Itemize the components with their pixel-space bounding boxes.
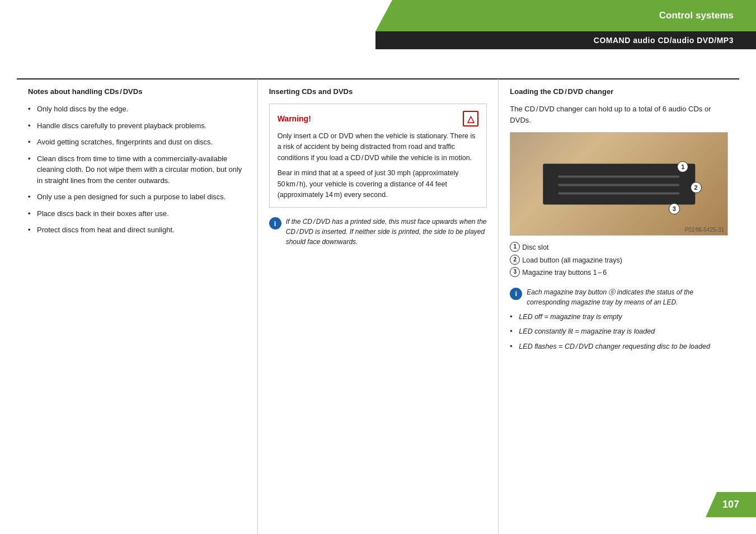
- section-tab: Control systems: [375, 0, 756, 31]
- callout-label-row: 3 Magazine tray buttons 1 – 6: [510, 266, 728, 279]
- image-label: P02 86-5425-31: [685, 227, 724, 233]
- slot-line-2: [558, 184, 680, 186]
- col1-heading: Notes about handling CDs / DVDs: [28, 87, 246, 96]
- led-bullet-item: LED off = magazine tray is empty: [510, 312, 728, 322]
- panel-slot: [543, 163, 694, 204]
- slot-line-1: [558, 176, 680, 178]
- subsection-bar: COMAND audio CD/audio DVD/MP3: [375, 31, 756, 49]
- warning-box: Warning! △ Only insert a CD or DVD when …: [269, 104, 487, 208]
- led-bullets: LED off = magazine tray is emptyLED cons…: [510, 312, 728, 352]
- handling-bullets: Only hold discs by the edge.Handle discs…: [28, 104, 246, 236]
- warning-title-row: Warning! △: [278, 111, 479, 127]
- circle-num: 1: [510, 242, 520, 252]
- col2-info-text: If the CD / DVD has a printed side, this…: [286, 217, 487, 247]
- col3-info-text: Each magazine tray button ⓢ indicates th…: [527, 287, 728, 307]
- callout-3: 3: [669, 203, 680, 214]
- col3-intro: The CD / DVD changer can hold up to a to…: [510, 104, 728, 125]
- handling-bullet-item: Only use a pen designed for such a purpo…: [28, 191, 246, 203]
- col2-info-note: i If the CD / DVD has a printed side, th…: [269, 217, 487, 247]
- info-icon-col2: i: [269, 217, 281, 229]
- col3-info-note: i Each magazine tray button ⓢ indicates …: [510, 287, 728, 307]
- main-content: Notes about handling CDs / DVDs Only hol…: [0, 78, 756, 534]
- callout-label-row: 1 Disc slot: [510, 241, 728, 254]
- col2-heading: Inserting CDs and DVDs: [269, 87, 487, 96]
- col3-heading: Loading the CD / DVD changer: [510, 87, 728, 96]
- col-inserting: Inserting CDs and DVDs Warning! △ Only i…: [257, 78, 499, 534]
- callout-label-text: Magazine tray buttons 1 – 6: [522, 266, 607, 279]
- cd-changer-image: 1 2 3 P02 86-5425-31: [510, 132, 728, 236]
- handling-bullet-item: Clean discs from time to time with a com…: [28, 153, 246, 186]
- circle-num: 3: [510, 267, 520, 277]
- col-handling: Notes about handling CDs / DVDs Only hol…: [17, 78, 257, 534]
- warning-label: Warning!: [278, 114, 311, 123]
- handling-bullet-item: Place discs back in their boxes after us…: [28, 208, 246, 219]
- info-icon-col3: i: [510, 288, 522, 300]
- handling-bullet-item: Avoid getting scratches, fingerprints an…: [28, 137, 246, 148]
- circle-num: 2: [510, 255, 520, 265]
- col-loading: Loading the CD / DVD changer The CD / DV…: [498, 78, 739, 534]
- warning-icon: △: [463, 111, 478, 127]
- slot-line-3: [558, 192, 680, 194]
- car-interior-bg: 1 2 3: [510, 133, 727, 235]
- handling-bullet-item: Handle discs carefully to prevent playba…: [28, 120, 246, 132]
- callout-label-row: 2 Load button (all magazine trays): [510, 254, 728, 267]
- led-bullet-item: LED flashes = CD / DVD changer requestin…: [510, 341, 728, 352]
- handling-bullet-item: Only hold discs by the edge.: [28, 104, 246, 115]
- callout-2: 2: [691, 182, 702, 193]
- callout-label-text: Load button (all magazine trays): [522, 254, 622, 267]
- warning-text: Only insert a CD or DVD when the vehicle…: [278, 131, 479, 200]
- callout-labels: 1 Disc slot2 Load button (all magazine t…: [510, 241, 728, 279]
- handling-bullet-item: Protect discs from heat and direct sunli…: [28, 224, 246, 236]
- led-bullet-item: LED constantly lit = magazine tray is lo…: [510, 326, 728, 337]
- header-bar: Control systems COMAND audio CD/audio DV…: [375, 0, 756, 49]
- callout-label-text: Disc slot: [522, 241, 548, 254]
